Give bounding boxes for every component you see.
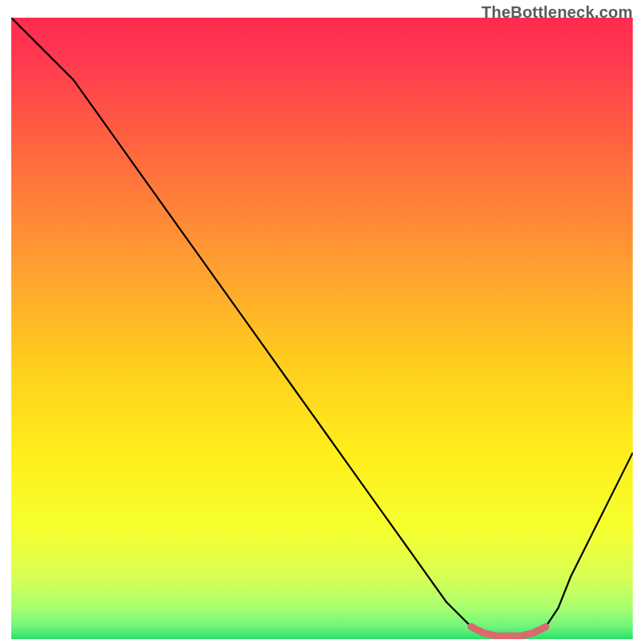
bottleneck-chart: TheBottleneck.com bbox=[0, 0, 644, 644]
watermark-text: TheBottleneck.com bbox=[481, 3, 633, 22]
plot-svg bbox=[0, 0, 644, 644]
gradient-background bbox=[11, 18, 633, 639]
optimal-dot bbox=[542, 623, 549, 630]
